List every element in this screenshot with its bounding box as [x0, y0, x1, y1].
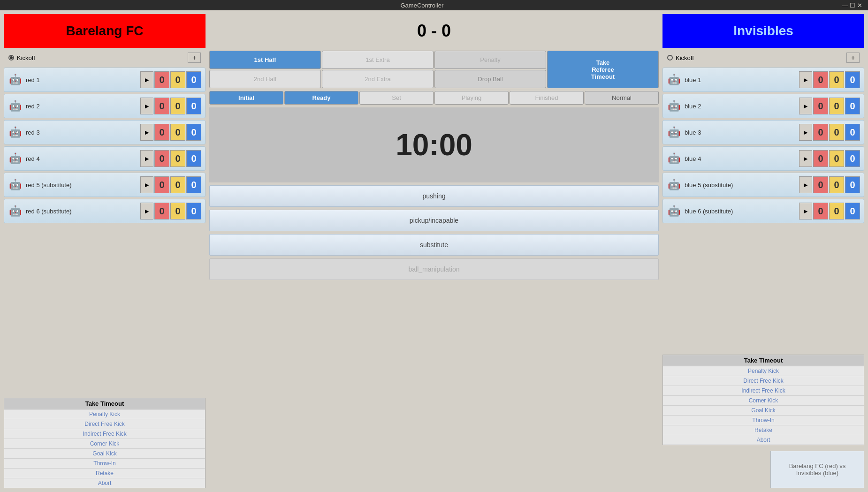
red-retake[interactable]: Retake [4, 469, 205, 478]
blue-kickoff-label[interactable]: Kickoff [667, 54, 694, 61]
score-text: 0 - 0 [417, 21, 451, 41]
red-penalty-kick[interactable]: Penalty Kick [4, 409, 205, 419]
blue-goal-kick[interactable]: Goal Kick [663, 406, 864, 416]
state-tabs: Initial Ready Set Playing Finished Norma… [209, 91, 659, 105]
red-player-1: 🤖 red 1 ▶ 0 0 0 [4, 68, 206, 92]
blue-kickoff-radio[interactable] [667, 55, 673, 61]
red-player-5-name: red 5 (substitute) [26, 182, 137, 189]
blue-player-6-yellow-score: 0 [829, 203, 844, 220]
red-player-1-penalty-btn[interactable]: ▶ [140, 71, 153, 88]
tab-1st-half[interactable]: 1st Half [209, 51, 321, 69]
window-controls[interactable]: — ☐ ✕ [842, 2, 862, 9]
state-tab-finished[interactable]: Finished [510, 91, 584, 105]
blue-direct-free-kick[interactable]: Direct Free Kick [663, 376, 864, 386]
blue-player-5-penalty-btn[interactable]: ▶ [799, 176, 812, 193]
red-player-1-yellow-score: 0 [170, 71, 185, 88]
action-pickup-label: pickup/incapable [410, 217, 458, 224]
red-player-5-penalty-btn[interactable]: ▶ [140, 176, 153, 193]
red-goal-kick[interactable]: Goal Kick [4, 449, 205, 459]
red-player-6-scores: ▶ 0 0 0 [140, 203, 201, 220]
blue-player-2-penalty-btn[interactable]: ▶ [799, 98, 812, 114]
blue-penalty-kick[interactable]: Penalty Kick [663, 366, 864, 376]
red-player-1-red-score: 0 [154, 71, 169, 88]
blue-kickoff-text: Kickoff [676, 54, 694, 61]
blue-player-4-yellow-score: 0 [829, 150, 844, 167]
red-player-4-icon: 🤖 [8, 151, 22, 166]
blue-player-1-yellow-score: 0 [829, 71, 844, 88]
right-panel: Invisibles Kickoff + 🤖 blue 1 ▶ 0 0 0 🤖 … [662, 14, 864, 488]
title-bar: GameController — ☐ ✕ [0, 0, 868, 10]
state-tab-normal[interactable]: Normal [585, 91, 659, 105]
blue-player-2-icon: 🤖 [667, 99, 681, 113]
red-player-4-scores: ▶ 0 0 0 [140, 150, 201, 167]
red-player-2-penalty-btn[interactable]: ▶ [140, 98, 153, 114]
red-player-5-red-score: 0 [154, 176, 169, 193]
tab-drop-ball[interactable]: Drop Ball [434, 70, 546, 88]
blue-player-1-icon: 🤖 [667, 73, 681, 87]
blue-player-4-penalty-btn[interactable]: ▶ [799, 150, 812, 167]
red-player-3-penalty-btn[interactable]: ▶ [140, 124, 153, 141]
blue-player-6-penalty-btn[interactable]: ▶ [799, 203, 812, 220]
blue-player-2-yellow-score: 0 [829, 98, 844, 114]
red-player-3-blue-score: 0 [186, 124, 201, 141]
red-direct-free-kick[interactable]: Direct Free Kick [4, 419, 205, 429]
tab-penalty[interactable]: Penalty [434, 51, 546, 69]
action-pushing[interactable]: pushing [209, 185, 659, 207]
action-pickup[interactable]: pickup/incapable [209, 210, 659, 231]
blue-indirect-free-kick[interactable]: Indirect Free Kick [663, 386, 864, 396]
blue-player-5-blue-score: 0 [845, 176, 860, 193]
state-tab-playing[interactable]: Playing [434, 91, 509, 105]
red-penalty-header[interactable]: Take Timeout [4, 398, 205, 409]
blue-penalty-header[interactable]: Take Timeout [663, 355, 864, 366]
red-player-6-penalty-btn[interactable]: ▶ [140, 203, 153, 220]
red-player-2-blue-score: 0 [186, 98, 201, 114]
blue-player-4: 🤖 blue 4 ▶ 0 0 0 [662, 146, 864, 171]
blue-player-5-red-score: 0 [813, 176, 828, 193]
blue-retake[interactable]: Retake [663, 425, 864, 435]
window-title: GameController [401, 2, 444, 9]
red-player-4-penalty-btn[interactable]: ▶ [140, 150, 153, 167]
blue-corner-kick[interactable]: Corner Kick [663, 396, 864, 406]
blue-throw-in[interactable]: Throw-In [663, 416, 864, 425]
game-tabs: 1st Half 1st Extra Penalty TakeRefereeTi… [209, 51, 659, 88]
blue-abort[interactable]: Abort [663, 435, 864, 445]
red-player-3-icon: 🤖 [8, 125, 22, 139]
blue-player-3-blue-score: 0 [845, 124, 860, 141]
tab-take-referee-timeout[interactable]: TakeRefereeTimeout [547, 51, 659, 88]
action-substitute-label: substitute [420, 241, 448, 249]
red-player-1-scores: ▶ 0 0 0 [140, 71, 201, 88]
blue-player-1-red-score: 0 [813, 71, 828, 88]
red-player-6-blue-score: 0 [186, 203, 201, 220]
tab-1st-extra[interactable]: 1st Extra [322, 51, 434, 69]
blue-player-1-penalty-btn[interactable]: ▶ [799, 71, 812, 88]
red-player-6-name: red 6 (substitute) [26, 208, 137, 215]
red-kickoff-radio[interactable] [8, 55, 14, 61]
blue-player-3: 🤖 blue 3 ▶ 0 0 0 [662, 120, 864, 144]
red-player-3-scores: ▶ 0 0 0 [140, 124, 201, 141]
red-indirect-free-kick[interactable]: Indirect Free Kick [4, 429, 205, 439]
blue-player-2-name: blue 2 [685, 103, 795, 110]
state-tab-set[interactable]: Set [359, 91, 434, 105]
blue-player-6-name: blue 6 (substitute) [685, 208, 795, 215]
robot-icon: 🤖 [9, 100, 22, 112]
tab-2nd-extra[interactable]: 2nd Extra [322, 70, 434, 88]
action-ball-manipulation: ball_manipulation [209, 258, 659, 280]
red-player-2-yellow-score: 0 [170, 98, 185, 114]
state-tab-ready[interactable]: Ready [284, 91, 358, 105]
blue-plus-button[interactable]: + [846, 53, 860, 63]
red-player-3-yellow-score: 0 [170, 124, 185, 141]
tab-2nd-half[interactable]: 2nd Half [209, 70, 321, 88]
red-abort[interactable]: Abort [4, 478, 205, 488]
action-substitute[interactable]: substitute [209, 234, 659, 256]
red-player-4-name: red 4 [26, 155, 137, 162]
red-corner-kick[interactable]: Corner Kick [4, 439, 205, 449]
red-plus-button[interactable]: + [188, 53, 201, 63]
blue-player-5-name: blue 5 (substitute) [685, 182, 795, 189]
blue-player-3-penalty-btn[interactable]: ▶ [799, 124, 812, 141]
red-kickoff-label[interactable]: Kickoff [8, 54, 35, 61]
blue-player-6-red-score: 0 [813, 203, 828, 220]
state-tab-initial[interactable]: Initial [209, 91, 283, 105]
blue-player-1-blue-score: 0 [845, 71, 860, 88]
red-throw-in[interactable]: Throw-In [4, 459, 205, 469]
red-player-6-icon: 🤖 [8, 204, 22, 218]
